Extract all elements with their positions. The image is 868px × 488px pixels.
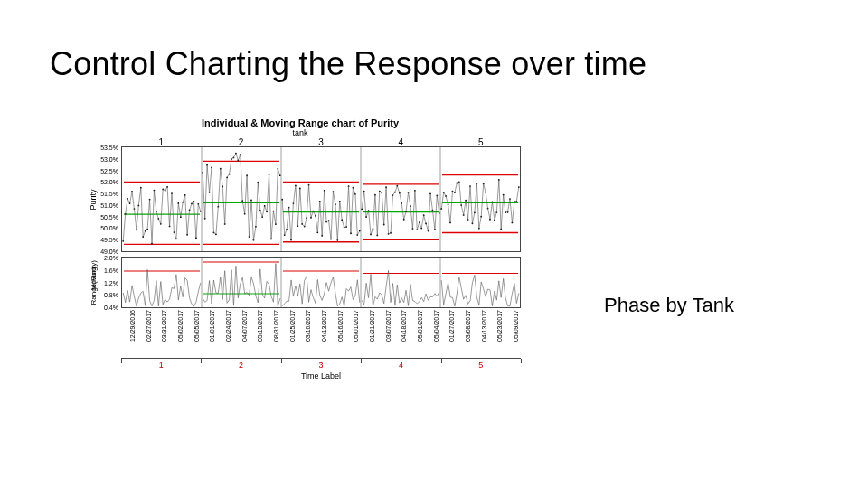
x-tick: 02/27/2017 xyxy=(146,310,152,342)
y-ticks-top: 53.5%53.0%52.5%52.0%51.5%51.0%50.5%50.0%… xyxy=(88,147,120,251)
y-tick: 53.0% xyxy=(100,155,118,162)
x-tick: 05/15/2017 xyxy=(257,310,263,342)
phase-annotation: Phase by Tank xyxy=(604,294,734,317)
x-tick: 05/05/2017 xyxy=(193,310,200,342)
x-tick: 05/01/2017 xyxy=(417,310,423,342)
slide-title: Control Charting the Response over time xyxy=(50,45,646,83)
y-tick: 2.0% xyxy=(104,255,118,261)
y-tick: 51.5% xyxy=(100,191,118,197)
x-tick: 05/04/2017 xyxy=(433,310,439,342)
y-tick: 52.0% xyxy=(100,179,118,185)
group-footer-label: 3 xyxy=(318,361,323,370)
y-tick: 1.2% xyxy=(104,279,118,286)
y-tick: 0.4% xyxy=(104,305,118,311)
y-tick: 50.0% xyxy=(100,225,118,231)
x-tick: 05/09/2017 xyxy=(513,310,519,342)
imr-chart: Individual & Moving Range chart of Purit… xyxy=(74,117,526,407)
group-footer-label: 1 xyxy=(159,361,164,370)
x-tick: 01/01/2017 xyxy=(209,310,215,342)
x-tick: 03/10/2017 xyxy=(305,310,311,342)
x-tick: 04/18/2017 xyxy=(401,310,407,342)
y-tick: 50.5% xyxy=(100,213,118,220)
group-footer-label: 4 xyxy=(399,361,403,370)
group-header-row: 12345 xyxy=(121,137,521,146)
x-date-ticks: 12/29/201602/27/201703/31/201705/02/2017… xyxy=(121,308,521,358)
x-tick: 04/07/2017 xyxy=(241,310,248,342)
individuals-panel: Purity 53.5%53.0%52.5%52.0%51.5%51.0%50.… xyxy=(121,146,521,252)
group-footer-label: 2 xyxy=(239,361,243,370)
y-tick: 49.0% xyxy=(100,249,118,255)
x-axis-label: Time Label xyxy=(121,371,521,380)
y-tick: 52.5% xyxy=(100,167,118,174)
y-tick: 49.5% xyxy=(100,237,118,243)
x-tick: 03/08/2017 xyxy=(465,310,471,342)
chart-title: Individual & Moving Range chart of Purit… xyxy=(74,117,526,128)
x-tick: 03/07/2017 xyxy=(385,310,392,342)
y-tick: 51.0% xyxy=(100,202,118,208)
y-tick: 0.8% xyxy=(104,292,118,298)
x-tick: 01/27/2017 xyxy=(448,310,455,342)
x-tick: 05/01/2017 xyxy=(353,310,359,342)
x-tick: 03/31/2017 xyxy=(161,310,167,342)
x-tick: 12/29/2016 xyxy=(129,310,136,342)
x-tick: 08/31/2017 xyxy=(273,310,279,342)
x-tick: 02/24/2017 xyxy=(225,310,231,342)
group-footer-row: 12345 xyxy=(121,358,521,370)
x-tick: 05/16/2017 xyxy=(337,310,344,342)
group-footer-label: 5 xyxy=(478,361,483,370)
x-tick: 01/25/2017 xyxy=(289,310,296,342)
x-tick: 04/13/2017 xyxy=(321,310,327,342)
moving-range-panel: Moving Range(Purity) 2.0%1.6%1.2%0.8%0.4… xyxy=(121,257,521,308)
x-tick: 05/02/2017 xyxy=(177,310,184,342)
y-tick: 53.5% xyxy=(100,145,118,151)
x-tick: 04/13/2017 xyxy=(481,310,487,342)
y-ticks-bottom: 2.0%1.6%1.2%0.8%0.4% xyxy=(88,258,120,307)
x-tick: 05/23/2017 xyxy=(496,310,503,342)
chart-subtitle: tank xyxy=(74,128,526,137)
x-tick: 01/21/2017 xyxy=(369,310,375,342)
y-tick: 1.6% xyxy=(104,267,118,273)
